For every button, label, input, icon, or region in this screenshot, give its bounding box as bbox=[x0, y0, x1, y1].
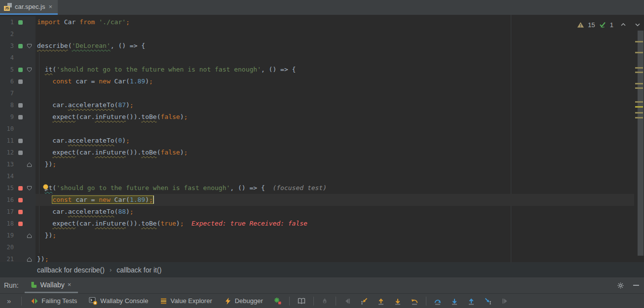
code-text[interactable] bbox=[36, 52, 634, 64]
code-line[interactable]: 7 bbox=[0, 87, 634, 99]
stripe-warning-mark[interactable] bbox=[635, 87, 643, 89]
fold-open-icon[interactable] bbox=[25, 186, 34, 191]
toolbar-tab-failing-tests[interactable]: Failing Tests bbox=[25, 294, 83, 308]
coverage-marker-gray[interactable] bbox=[18, 103, 23, 108]
fold-open-icon[interactable] bbox=[25, 43, 34, 49]
step-out-back-icon[interactable] bbox=[406, 294, 423, 308]
coverage-marker-gray[interactable] bbox=[18, 139, 23, 143]
code-line[interactable]: 20 bbox=[0, 241, 634, 253]
code-line[interactable]: 19 }); bbox=[0, 230, 634, 241]
coverage-marker-gray[interactable] bbox=[18, 151, 23, 155]
coverage-marker-green[interactable] bbox=[18, 68, 23, 72]
jump-to-bottom-orange-icon[interactable] bbox=[389, 294, 406, 308]
intention-bulb-icon[interactable] bbox=[42, 184, 49, 192]
coverage-marker-gray[interactable] bbox=[18, 79, 23, 84]
stripe-warning-mark[interactable] bbox=[635, 106, 643, 108]
code-text[interactable]: it('should not go to the future when is … bbox=[36, 64, 634, 76]
code-text[interactable]: expect(car.inFuture()).toBe(false); bbox=[36, 111, 634, 123]
coverage-marker-green[interactable] bbox=[18, 44, 23, 48]
code-line[interactable]: 5 it('should not go to the future when i… bbox=[0, 64, 634, 76]
code-text[interactable] bbox=[36, 170, 634, 182]
code-text[interactable]: car.accelerateTo(87); bbox=[36, 99, 634, 111]
code-line[interactable]: 1import Car from './car'; bbox=[0, 16, 634, 28]
code-text[interactable]: car.accelerateTo(88); bbox=[36, 206, 634, 218]
code-line[interactable]: 12 expect(car.inFuture()).toBe(false); bbox=[0, 147, 634, 158]
back-to-cursor-icon[interactable] bbox=[356, 294, 373, 308]
editor[interactable]: 1import Car from './car';23describe('DeL… bbox=[0, 15, 644, 262]
code-line[interactable]: 18 expect(car.inFuture()).toBe(true); Ex… bbox=[0, 218, 634, 230]
code-line[interactable]: 13 }); bbox=[0, 158, 634, 170]
code-text[interactable]: }); bbox=[36, 253, 634, 262]
code-line[interactable]: 6 const car = new Car(1.89); bbox=[0, 76, 634, 87]
stripe-warning-mark[interactable] bbox=[635, 72, 643, 73]
code-text[interactable]: describe('DeLorean', () => { bbox=[36, 40, 634, 52]
coverage-marker-red[interactable] bbox=[18, 186, 23, 191]
book-icon[interactable] bbox=[293, 294, 310, 308]
code-text[interactable]: }); bbox=[36, 230, 634, 241]
code-line[interactable]: 4 bbox=[0, 52, 634, 64]
code-text[interactable]: import Car from './car'; bbox=[36, 16, 634, 28]
code-text[interactable]: expect(car.inFuture()).toBe(true); Expec… bbox=[36, 218, 634, 230]
code-line[interactable]: 14 bbox=[0, 170, 634, 182]
code-line[interactable]: 8 car.accelerateTo(87); bbox=[0, 99, 634, 111]
code-line[interactable]: 15 it('should go to the future when is f… bbox=[0, 182, 634, 194]
coverage-marker-gray[interactable] bbox=[18, 115, 23, 119]
code-line[interactable]: 2 bbox=[0, 28, 634, 40]
coverage-marker-red[interactable] bbox=[18, 210, 23, 214]
code-text[interactable]: const car = new Car(1.89); bbox=[36, 76, 634, 87]
code-line[interactable]: 10 bbox=[0, 123, 634, 135]
stripe-warning-mark[interactable] bbox=[635, 117, 643, 118]
settings-gear-icon[interactable] bbox=[617, 282, 624, 289]
code-text[interactable]: it('should go to the future when is fast… bbox=[36, 182, 634, 194]
jump-to-top-blue-icon[interactable] bbox=[463, 294, 480, 308]
toolbar-tab-debugger[interactable]: Debugger bbox=[218, 294, 269, 308]
stripe-warning-mark[interactable] bbox=[635, 67, 643, 69]
warning-icon[interactable] bbox=[577, 21, 584, 29]
show-hidden-tabs-icon[interactable]: » bbox=[0, 297, 18, 305]
stripe-warning-mark[interactable] bbox=[635, 112, 643, 114]
fold-close-icon[interactable] bbox=[25, 162, 34, 167]
code-text[interactable] bbox=[36, 123, 634, 135]
coverage-marker-green[interactable] bbox=[18, 20, 23, 25]
toolbar-tab-wallaby-console[interactable]: Wallaby Console bbox=[83, 294, 154, 308]
editor-tab-car-spec[interactable]: JS car.spec.js × bbox=[0, 0, 58, 15]
code-text[interactable]: car.accelerateTo(0); bbox=[36, 135, 634, 147]
run-tab-wallaby[interactable]: Wallaby × bbox=[25, 277, 78, 293]
code-text[interactable] bbox=[36, 87, 634, 99]
code-text[interactable]: }); bbox=[36, 158, 634, 170]
prev-highlight-icon[interactable] bbox=[620, 21, 627, 28]
code-line[interactable]: 16 const car = new Car(1.89); bbox=[0, 194, 634, 206]
close-icon[interactable]: × bbox=[48, 3, 53, 10]
stripe-warning-mark[interactable] bbox=[635, 52, 643, 53]
step-over-blue-icon[interactable] bbox=[429, 294, 446, 308]
close-icon[interactable]: × bbox=[68, 281, 72, 288]
code-text[interactable] bbox=[36, 28, 634, 40]
fold-open-icon[interactable] bbox=[25, 67, 34, 73]
run-to-cursor-blue-icon[interactable] bbox=[480, 294, 496, 308]
code-text[interactable] bbox=[36, 241, 634, 253]
code-line[interactable]: 9 expect(car.inFuture()).toBe(false); bbox=[0, 111, 634, 123]
breadcrumb-item-it[interactable]: callback for it() bbox=[116, 266, 161, 274]
code-line[interactable]: 3describe('DeLorean', () => { bbox=[0, 40, 634, 52]
toolbar-tab-value-explorer[interactable]: Value Explorer bbox=[154, 294, 218, 308]
code-line[interactable]: 11 car.accelerateTo(0); bbox=[0, 135, 634, 147]
code-text[interactable]: const car = new Car(1.89); bbox=[36, 194, 634, 206]
next-highlight-icon[interactable] bbox=[634, 21, 641, 28]
stripe-warning-mark[interactable] bbox=[635, 101, 643, 103]
fold-close-icon[interactable] bbox=[25, 233, 34, 238]
tests-passed-icon[interactable] bbox=[599, 21, 606, 29]
code-line[interactable]: 21}); bbox=[0, 253, 634, 262]
fold-close-icon[interactable] bbox=[25, 257, 34, 262]
jump-to-bottom-blue-icon[interactable] bbox=[446, 294, 463, 308]
scrollbar-thumb[interactable] bbox=[638, 31, 644, 256]
stripe-warning-mark[interactable] bbox=[635, 83, 643, 84]
coverage-marker-red[interactable] bbox=[18, 198, 23, 202]
code-text[interactable]: expect(car.inFuture()).toBe(false); bbox=[36, 147, 634, 158]
hide-panel-icon[interactable] bbox=[633, 285, 639, 286]
wallaby-status-icon[interactable] bbox=[269, 294, 286, 308]
code-area[interactable]: 1import Car from './car';23describe('DeL… bbox=[0, 16, 634, 262]
code-line[interactable]: 17 car.accelerateTo(88); bbox=[0, 206, 634, 218]
stripe-warning-mark[interactable] bbox=[635, 41, 643, 42]
coverage-marker-red[interactable] bbox=[18, 222, 23, 226]
jump-to-top-orange-icon[interactable] bbox=[373, 294, 389, 308]
